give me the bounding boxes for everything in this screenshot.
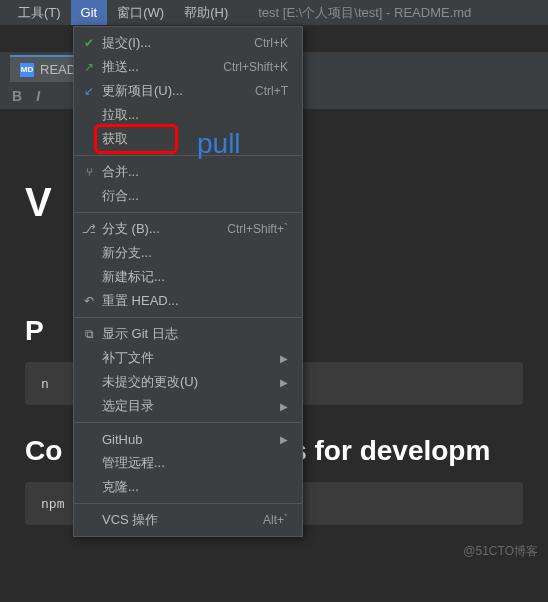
reset-icon: ↶ [80, 294, 98, 308]
menu-select-dir[interactable]: 选定目录 ▶ [74, 394, 302, 418]
markdown-icon: MD [20, 63, 34, 77]
menu-merge[interactable]: ⑂ 合并... [74, 160, 302, 184]
menu-new-branch[interactable]: 新分支... [74, 241, 302, 265]
menu-branches[interactable]: ⎇ 分支 (B)... Ctrl+Shift+` [74, 217, 302, 241]
log-icon: ⧉ [80, 327, 98, 341]
menu-update[interactable]: ↙ 更新项目(U)... Ctrl+T [74, 79, 302, 103]
menu-separator [74, 317, 302, 318]
merge-icon: ⑂ [80, 165, 98, 179]
branch-icon: ⎇ [80, 222, 98, 236]
submenu-arrow-icon: ▶ [280, 434, 288, 445]
menu-tools[interactable]: 工具(T) [8, 0, 71, 25]
bold-button[interactable]: B [12, 88, 22, 104]
update-icon: ↙ [80, 84, 98, 98]
menu-separator [74, 503, 302, 504]
menu-github[interactable]: GitHub ▶ [74, 427, 302, 451]
menu-separator [74, 155, 302, 156]
menu-separator [74, 422, 302, 423]
menu-separator [74, 212, 302, 213]
menu-uncommitted[interactable]: 未提交的更改(U) ▶ [74, 370, 302, 394]
commit-icon: ✔ [80, 36, 98, 50]
menu-help[interactable]: 帮助(H) [174, 0, 238, 25]
menu-rebase[interactable]: 衍合... [74, 184, 302, 208]
menu-window[interactable]: 窗口(W) [107, 0, 174, 25]
git-dropdown: ✔ 提交(I)... Ctrl+K ↗ 推送... Ctrl+Shift+K ↙… [73, 26, 303, 537]
push-icon: ↗ [80, 60, 98, 74]
submenu-arrow-icon: ▶ [280, 401, 288, 412]
window-title: test [E:\个人项目\test] - README.md [238, 0, 548, 25]
submenu-arrow-icon: ▶ [280, 377, 288, 388]
menu-show-log[interactable]: ⧉ 显示 Git 日志 [74, 322, 302, 346]
menu-push[interactable]: ↗ 推送... Ctrl+Shift+K [74, 55, 302, 79]
menubar: 工具(T) Git 窗口(W) 帮助(H) test [E:\个人项目\test… [0, 0, 548, 26]
menu-new-tag[interactable]: 新建标记... [74, 265, 302, 289]
menu-pull[interactable]: 拉取... [74, 103, 302, 127]
menu-patch[interactable]: 补丁文件 ▶ [74, 346, 302, 370]
menu-commit[interactable]: ✔ 提交(I)... Ctrl+K [74, 31, 302, 55]
menu-clone[interactable]: 克隆... [74, 475, 302, 499]
menu-vcs-ops[interactable]: VCS 操作 Alt+` [74, 508, 302, 532]
menu-reset-head[interactable]: ↶ 重置 HEAD... [74, 289, 302, 313]
italic-button[interactable]: I [36, 88, 40, 104]
menu-git[interactable]: Git [71, 0, 108, 25]
watermark: @51CTO博客 [463, 543, 538, 560]
submenu-arrow-icon: ▶ [280, 353, 288, 364]
menu-manage-remote[interactable]: 管理远程... [74, 451, 302, 475]
menu-fetch[interactable]: 获取 [74, 127, 302, 151]
